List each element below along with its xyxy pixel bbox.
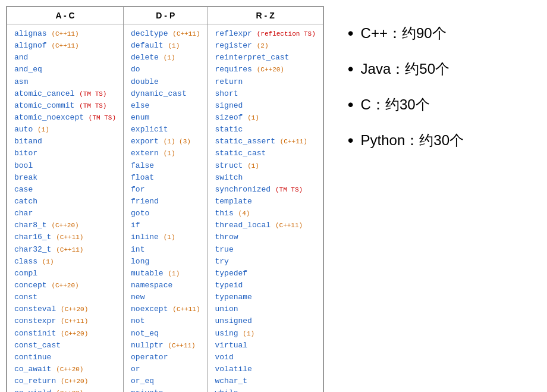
info-item: •Python：约30个 [348, 131, 529, 150]
keyword-text: catch [14, 197, 37, 206]
keyword-text: asm [14, 77, 28, 86]
keyword-text: thread_local [215, 221, 271, 230]
keyword-text: private [131, 388, 164, 392]
keyword-text: char16_t [14, 233, 51, 242]
info-text: C：约30个 [361, 95, 430, 114]
keyword-text: constexpr [14, 316, 56, 325]
keyword-text: extern [131, 149, 159, 158]
keyword-text: nullptr [131, 341, 164, 350]
keyword-text: continue [14, 353, 51, 362]
bullet-icon: • [348, 96, 354, 113]
keyword-text: volatile [215, 365, 252, 374]
keyword-text: or_eq [131, 377, 154, 385]
keyword-text: switch [215, 173, 243, 182]
keyword-text: alignof [14, 41, 47, 50]
keyword-text: constinit [14, 329, 56, 338]
keyword-text: not_eq [131, 329, 159, 338]
keyword-text: auto [14, 125, 33, 134]
keyword-note: (C++20) [51, 222, 78, 229]
keyword-text: and_eq [14, 65, 42, 74]
keyword-note: (C++11) [51, 42, 78, 49]
keyword-text: long [131, 257, 149, 266]
keyword-text: unsigned [215, 316, 252, 325]
col-header-dp: D - P [124, 7, 208, 24]
keyword-note: (C++20) [51, 282, 78, 289]
keyword-text: and [14, 53, 28, 62]
keyword-text: static [215, 125, 243, 134]
keyword-note: (C++11) [172, 306, 200, 313]
col-dp-content: decltype (C++11)default (1)delete (1)dod… [124, 24, 208, 393]
keyword-note: (1) [247, 162, 259, 170]
keyword-text: namespace [131, 281, 172, 290]
keyword-text: inline [131, 233, 159, 242]
keyword-text: requires [215, 65, 252, 74]
keyword-text: not [131, 316, 144, 325]
keyword-text: reflexpr [215, 29, 252, 38]
keyword-text: return [215, 77, 243, 86]
keyword-note: (C++11) [51, 30, 78, 37]
keyword-text: operator [131, 353, 168, 362]
keyword-text: mutable [131, 269, 164, 278]
keyword-note: (1) [164, 234, 175, 241]
keyword-note: (1) (3) [164, 138, 191, 145]
keyword-text: int [131, 245, 144, 254]
keyword-text: bool [14, 161, 33, 170]
keyword-text: explicit [131, 125, 168, 134]
keyword-text: bitor [14, 149, 37, 158]
keyword-note: (1) [42, 258, 54, 265]
keyword-text: decltype [131, 29, 168, 38]
col-rz-content: reflexpr (reflection TS)register (2)rein… [208, 24, 323, 393]
keyword-text: concept [14, 281, 47, 290]
keyword-text: virtual [215, 341, 248, 350]
keyword-text: else [131, 101, 149, 110]
keyword-note: (1) [37, 126, 49, 133]
keyword-note: (1) [168, 42, 180, 49]
keyword-note: (C++11) [275, 222, 303, 229]
keyword-note: (C++11) [168, 342, 195, 349]
keyword-text: false [131, 161, 154, 170]
keyword-text: sizeof [215, 113, 243, 122]
keyword-note: (C++11) [61, 318, 88, 325]
keyword-text: export [131, 137, 159, 146]
keyword-text: struct [215, 161, 243, 170]
keyword-text: co_yield [14, 388, 51, 392]
keyword-text: register [215, 41, 252, 50]
keyword-text: class [14, 257, 37, 266]
keyword-text: atomic_cancel [14, 89, 74, 98]
keyword-text: synchronized [215, 185, 271, 194]
keyword-text: true [215, 245, 234, 254]
keyword-text: co_return [14, 377, 56, 385]
keyword-note: (TM TS) [275, 186, 303, 193]
keyword-text: signed [215, 101, 243, 110]
keyword-note: (C++20) [61, 306, 88, 313]
keyword-note: (TM TS) [79, 90, 106, 98]
keyword-note: (C++20) [56, 366, 83, 373]
keyword-note: (2) [257, 42, 269, 49]
keyword-note: (C++20) [61, 330, 88, 337]
keyword-note: (4) [238, 210, 250, 217]
keyword-text: friend [131, 197, 159, 206]
bullet-icon: • [348, 25, 354, 42]
keyword-note: (C++20) [61, 378, 88, 385]
keyword-text: do [131, 65, 140, 74]
bullet-icon: • [348, 61, 354, 77]
keyword-text: dynamic_cast [131, 89, 187, 98]
keyword-text: typedef [215, 269, 248, 278]
keyword-note: (1) [243, 330, 254, 337]
keyword-text: bitand [14, 137, 42, 146]
keyword-text: char8_t [14, 221, 47, 230]
keyword-text: double [131, 77, 159, 86]
keyword-note: (C++11) [280, 138, 307, 145]
keyword-text: delete [131, 53, 159, 62]
keyword-text: char32_t [14, 245, 51, 254]
keyword-text: default [131, 41, 164, 50]
keyword-text: noexcept [131, 305, 168, 313]
keyword-text: char [14, 209, 33, 218]
info-panel: •C++：约90个•Java：约50个•C：约30个•Python：约30个 [324, 6, 541, 168]
info-text: Java：约50个 [361, 59, 449, 79]
keyword-text: using [215, 329, 238, 338]
keyword-text: co_await [14, 365, 51, 374]
keyword-text: static_cast [215, 149, 266, 158]
keyword-text: const [14, 293, 37, 302]
col-header-rz: R - Z [208, 7, 323, 24]
